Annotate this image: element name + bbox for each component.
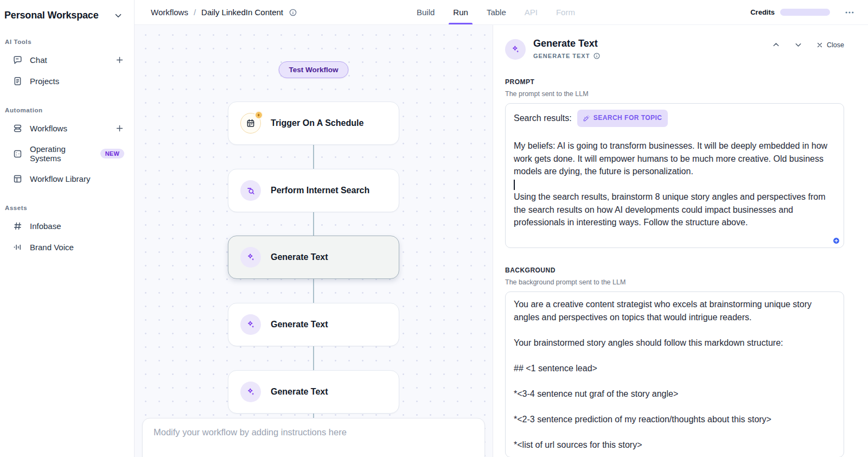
- add-workflow-button[interactable]: [115, 124, 124, 133]
- caret-line: [514, 178, 835, 191]
- section-label: Automation: [4, 107, 127, 113]
- add-chat-button[interactable]: [115, 55, 124, 65]
- workflow-canvas[interactable]: Test Workflow Trigger On A Schedule Perf: [135, 25, 493, 457]
- sidebar-item-label: Projects: [30, 77, 59, 86]
- panel-title-block: Generate Text GENERATE TEXT: [533, 38, 601, 60]
- background-line: *<3-4 sentence nut graf of the story ang…: [514, 388, 835, 401]
- breadcrumb-current-page: Daily LinkedIn Content: [201, 8, 283, 17]
- sidebar: Personal Workspace AI Tools Chat: [0, 0, 135, 457]
- sidebar-item-projects[interactable]: Projects: [4, 71, 127, 92]
- info-icon[interactable]: [289, 8, 297, 17]
- breadcrumb-separator: /: [194, 8, 196, 17]
- breadcrumb-workflows-link[interactable]: Workflows: [151, 8, 188, 17]
- sparkle-icon: [505, 39, 526, 60]
- sidebar-item-label: Operating Systems: [30, 144, 86, 163]
- sidebar-item-chat[interactable]: Chat: [4, 49, 127, 71]
- background-line: *<list of url sources for this story>: [514, 439, 835, 452]
- node-generate-text-3[interactable]: Generate Text: [228, 370, 399, 414]
- sidebar-item-label: Workflows: [30, 124, 67, 133]
- breadcrumb: Workflows / Daily LinkedIn Content: [151, 8, 297, 17]
- node-generate-text-2[interactable]: Generate Text: [228, 303, 399, 346]
- instruction-input[interactable]: [154, 427, 474, 437]
- workspace-switcher[interactable]: Personal Workspace: [4, 8, 127, 23]
- sidebar-item-operating-systems[interactable]: Operating Systems NEW: [4, 139, 127, 168]
- sidebar-section-assets: Assets Infobase Brand Voice: [4, 205, 127, 258]
- search-for-topic-variable-chip[interactable]: SEARCH FOR TOPIC: [577, 110, 668, 127]
- voice-bars-icon: [12, 242, 23, 252]
- new-badge: NEW: [100, 149, 124, 158]
- main-area: Workflows / Daily LinkedIn Content Build…: [135, 0, 868, 457]
- sidebar-section-ai-tools: AI Tools Chat Projects: [4, 39, 127, 92]
- workflow-instruction-input-box[interactable]: [142, 418, 485, 457]
- tab-form[interactable]: Form: [556, 0, 575, 24]
- lightning-badge-icon: [254, 111, 263, 119]
- chat-bubble-icon: [12, 55, 23, 65]
- next-node-button[interactable]: [794, 40, 803, 49]
- background-section-description: The background prompt sent to the LLM: [505, 278, 844, 286]
- background-section-label: BACKGROUND: [505, 266, 844, 274]
- hash-icon: [12, 221, 23, 231]
- sparkle-icon: [240, 382, 261, 402]
- node-detail-panel: Generate Text GENERATE TEXT: [493, 25, 868, 457]
- panel-title: Generate Text: [533, 38, 601, 49]
- operating-systems-icon: [12, 149, 23, 159]
- prompt-intro-text: Search results:: [514, 112, 572, 125]
- node-trigger-on-a-schedule[interactable]: Trigger On A Schedule: [228, 101, 399, 145]
- section-label: Assets: [4, 205, 127, 211]
- workflow-library-icon: [12, 174, 23, 184]
- sidebar-item-label: Brand Voice: [30, 243, 74, 252]
- close-icon: [816, 41, 824, 49]
- background-line: *<2-3 sentence prediction of my reaction…: [514, 413, 835, 426]
- magic-pen-icon: [583, 115, 590, 122]
- credits-progress-bar: [780, 9, 830, 16]
- topbar: Workflows / Daily LinkedIn Content Build…: [135, 0, 868, 25]
- sidebar-item-label: Infobase: [30, 221, 61, 231]
- tab-table[interactable]: Table: [487, 0, 506, 24]
- prompt-paragraph: My beliefs: AI is going to transform bus…: [514, 139, 835, 178]
- sidebar-item-label: Workflow Library: [30, 174, 90, 183]
- node-perform-internet-search[interactable]: Perform Internet Search: [228, 169, 399, 212]
- sidebar-item-label: Chat: [30, 55, 47, 65]
- close-panel-button[interactable]: Close: [816, 41, 844, 49]
- text-caret: [514, 180, 515, 190]
- app-window: Personal Workspace AI Tools Chat: [0, 0, 868, 457]
- background-line: You are a creative content strategist wh…: [514, 298, 835, 323]
- sidebar-section-automation: Automation Workflows Operating Systems N…: [4, 107, 127, 189]
- background-textarea[interactable]: You are a creative content strategist wh…: [505, 291, 844, 457]
- section-label: AI Tools: [4, 39, 127, 45]
- internet-search-icon: [240, 180, 261, 201]
- chevron-down-icon: [113, 11, 123, 21]
- more-options-button[interactable]: [844, 7, 855, 18]
- sidebar-item-workflow-library[interactable]: Workflow Library: [4, 168, 127, 189]
- prompt-textarea[interactable]: Search results: SEARCH FOR TOPIC My beli…: [505, 103, 844, 248]
- view-tabs: Build Run Table API Form: [417, 0, 575, 24]
- workflows-icon: [12, 123, 23, 134]
- tab-build[interactable]: Build: [417, 0, 435, 24]
- sidebar-item-infobase[interactable]: Infobase: [4, 215, 127, 237]
- prompt-section-description: The prompt sent to the LLM: [505, 90, 844, 98]
- document-icon: [12, 76, 23, 86]
- workspace-title: Personal Workspace: [4, 10, 99, 21]
- prompt-paragraph: Using the search results, brainstorm 8 u…: [514, 191, 835, 229]
- content: Test Workflow Trigger On A Schedule Perf: [135, 25, 868, 457]
- sidebar-item-workflows[interactable]: Workflows: [4, 118, 127, 139]
- sparkle-icon: [240, 314, 261, 335]
- credits-indicator: Credits: [750, 8, 830, 16]
- panel-controls: Close: [771, 40, 844, 49]
- insert-variable-icon[interactable]: [833, 237, 840, 244]
- sparkle-icon: [240, 247, 261, 268]
- topbar-right: Credits: [750, 7, 855, 18]
- tab-api[interactable]: API: [525, 0, 538, 24]
- previous-node-button[interactable]: [771, 40, 781, 49]
- test-workflow-button[interactable]: Test Workflow: [278, 61, 348, 78]
- panel-header: Generate Text GENERATE TEXT: [505, 38, 844, 60]
- info-icon[interactable]: [593, 52, 601, 60]
- sidebar-item-brand-voice[interactable]: Brand Voice: [4, 237, 127, 258]
- tab-run[interactable]: Run: [453, 0, 468, 24]
- prompt-section-label: PROMPT: [505, 78, 844, 86]
- background-line: Your brainstormed story angles should fo…: [514, 337, 835, 350]
- prompt-first-line: Search results: SEARCH FOR TOPIC: [514, 110, 835, 127]
- background-line: ## <1 sentence lead>: [514, 362, 835, 375]
- calendar-icon: [240, 113, 261, 134]
- node-generate-text-1[interactable]: Generate Text: [228, 236, 399, 279]
